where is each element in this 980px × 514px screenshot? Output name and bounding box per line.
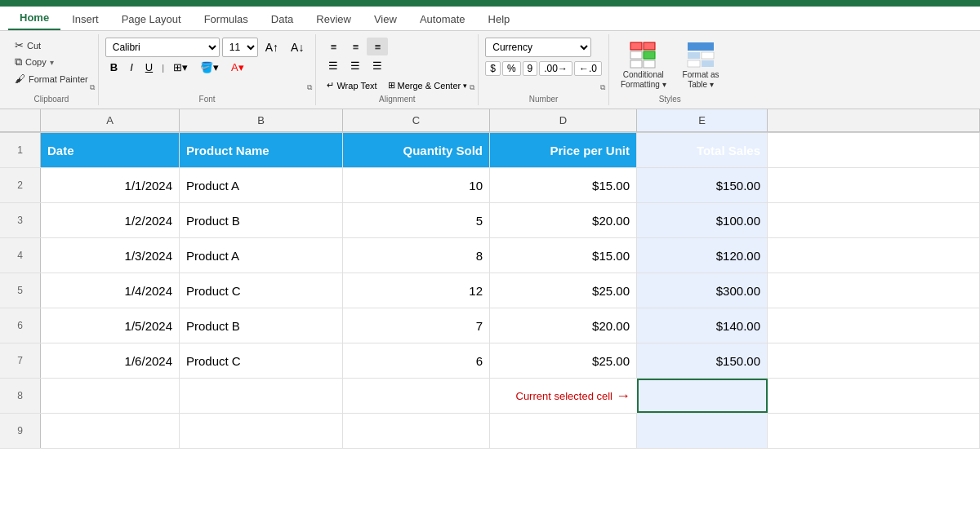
col-header-b[interactable]: B bbox=[180, 109, 343, 132]
format-painter-button[interactable]: 🖌 Format Painter bbox=[11, 71, 91, 86]
cell-b4[interactable]: Product A bbox=[180, 238, 343, 273]
italic-button[interactable]: I bbox=[125, 60, 138, 75]
font-expander[interactable]: ⧉ bbox=[307, 83, 312, 92]
cell-a8[interactable] bbox=[41, 379, 180, 413]
cell-e2[interactable]: $150.00 bbox=[637, 168, 768, 202]
cell-a2[interactable]: 1/1/2024 bbox=[41, 168, 180, 202]
tab-view[interactable]: View bbox=[363, 8, 408, 30]
cell-b9[interactable] bbox=[180, 414, 343, 448]
align-center-button[interactable]: ☰ bbox=[345, 56, 366, 74]
cell-e3[interactable]: $100.00 bbox=[637, 203, 768, 237]
col-header-d[interactable]: D bbox=[490, 109, 637, 132]
tab-automate[interactable]: Automate bbox=[408, 8, 477, 30]
cell-rest-7 bbox=[768, 343, 980, 378]
cell-a5[interactable]: 1/4/2024 bbox=[41, 273, 180, 308]
cell-b7[interactable]: Product C bbox=[180, 343, 343, 378]
cell-c3[interactable]: 5 bbox=[343, 203, 490, 237]
cell-c9[interactable] bbox=[343, 414, 490, 448]
cell-e5[interactable]: $300.00 bbox=[637, 273, 768, 308]
cell-d2[interactable]: $15.00 bbox=[490, 168, 637, 202]
ribbon: ✂ Cut ⧉ Copy ▾ 🖌 Format Painter Clipboar… bbox=[0, 31, 980, 109]
font-size-select[interactable]: 8910111214 bbox=[222, 38, 258, 57]
cell-e6[interactable]: $140.00 bbox=[637, 308, 768, 343]
cell-a7[interactable]: 1/6/2024 bbox=[41, 343, 180, 378]
cell-d3[interactable]: $20.00 bbox=[490, 203, 637, 237]
clipboard-expander[interactable]: ⧉ bbox=[90, 83, 95, 92]
align-top-center-button[interactable]: ≡ bbox=[345, 38, 366, 55]
align-top-left-button[interactable]: ≡ bbox=[323, 38, 344, 55]
font-color-button[interactable]: A▾ bbox=[226, 60, 249, 75]
comma-button[interactable]: 9 bbox=[523, 61, 538, 76]
tab-page-layout[interactable]: Page Layout bbox=[110, 8, 193, 30]
tab-help[interactable]: Help bbox=[477, 8, 522, 30]
fill-color-button[interactable]: 🪣▾ bbox=[195, 60, 224, 75]
cell-b5[interactable]: Product C bbox=[180, 273, 343, 308]
cell-d7[interactable]: $25.00 bbox=[490, 343, 637, 378]
cell-b3[interactable]: Product B bbox=[180, 203, 343, 237]
cell-b6[interactable]: Product B bbox=[180, 308, 343, 343]
cell-d5[interactable]: $25.00 bbox=[490, 273, 637, 308]
wrap-text-button[interactable]: ↵ Wrap Text bbox=[323, 78, 381, 93]
cell-a4[interactable]: 1/3/2024 bbox=[41, 238, 180, 273]
align-left-button[interactable]: ☰ bbox=[323, 56, 344, 74]
col-header-c[interactable]: C bbox=[343, 109, 490, 132]
cut-button[interactable]: ✂ Cut bbox=[11, 38, 44, 53]
align-right-button[interactable]: ☰ bbox=[367, 56, 388, 74]
font-family-select[interactable]: Calibri Arial Times New Roman bbox=[105, 38, 220, 57]
copy-button[interactable]: ⧉ Copy ▾ bbox=[11, 54, 57, 70]
cell-a9[interactable] bbox=[41, 414, 180, 448]
cell-b2[interactable]: Product A bbox=[180, 168, 343, 202]
tab-formulas[interactable]: Formulas bbox=[193, 8, 260, 30]
borders-button[interactable]: ⊞▾ bbox=[168, 60, 193, 75]
conditional-formatting-button[interactable]: ConditionalFormatting ▾ bbox=[616, 38, 671, 93]
number-format-select[interactable]: Currency General Number Short Date Long … bbox=[485, 38, 591, 57]
cell-c8[interactable] bbox=[343, 379, 490, 413]
tab-insert[interactable]: Insert bbox=[60, 8, 110, 30]
cell-c6[interactable]: 7 bbox=[343, 308, 490, 343]
cell-e8-selected[interactable] bbox=[637, 379, 768, 413]
cell-b8[interactable] bbox=[180, 379, 343, 413]
cell-d6[interactable]: $20.00 bbox=[490, 308, 637, 343]
cell-a3[interactable]: 1/2/2024 bbox=[41, 203, 180, 237]
col-header-e[interactable]: E bbox=[637, 109, 768, 132]
dollar-button[interactable]: $ bbox=[485, 61, 501, 76]
merge-center-button[interactable]: ⊞ Merge & Center ▾ bbox=[384, 78, 472, 93]
svg-rect-3 bbox=[644, 51, 655, 59]
svg-rect-1 bbox=[644, 42, 655, 50]
cell-b1[interactable]: Product Name bbox=[180, 133, 343, 167]
increase-decimal-button[interactable]: .00→ bbox=[539, 61, 572, 76]
cell-c4[interactable]: 8 bbox=[343, 238, 490, 273]
col-header-a[interactable]: A bbox=[41, 109, 180, 132]
cell-e4[interactable]: $120.00 bbox=[637, 238, 768, 273]
alignment-expander[interactable]: ⧉ bbox=[470, 83, 474, 92]
cell-c1[interactable]: Quantity Sold bbox=[343, 133, 490, 167]
row-num-header: 1 bbox=[0, 133, 41, 167]
tab-data[interactable]: Data bbox=[260, 8, 305, 30]
number-expander[interactable]: ⧉ bbox=[600, 83, 605, 92]
cell-c5[interactable]: 12 bbox=[343, 273, 490, 308]
cell-a6[interactable]: 1/5/2024 bbox=[41, 308, 180, 343]
bold-button[interactable]: B bbox=[105, 60, 122, 75]
tab-home[interactable]: Home bbox=[8, 7, 60, 30]
tab-review[interactable]: Review bbox=[305, 8, 363, 30]
cell-a1[interactable]: Date bbox=[41, 133, 180, 167]
cell-e1[interactable]: Total Sales bbox=[637, 133, 768, 167]
cell-e9[interactable] bbox=[637, 414, 768, 448]
cell-d1[interactable]: Price per Unit bbox=[490, 133, 637, 167]
cell-c2[interactable]: 10 bbox=[343, 168, 490, 202]
cell-e7[interactable]: $150.00 bbox=[637, 343, 768, 378]
format-table-button[interactable]: Format asTable ▾ bbox=[678, 38, 724, 93]
decrease-decimal-button[interactable]: ←.0 bbox=[574, 61, 602, 76]
wrap-text-label: Wrap Text bbox=[336, 81, 376, 91]
cell-d9[interactable] bbox=[490, 414, 637, 448]
align-top-right-button[interactable]: ≡ bbox=[367, 38, 388, 55]
cell-rest-5 bbox=[768, 273, 980, 308]
cell-c7[interactable]: 6 bbox=[343, 343, 490, 378]
underline-button[interactable]: U bbox=[140, 60, 158, 75]
increase-font-button[interactable]: A↑ bbox=[261, 39, 283, 55]
decrease-font-button[interactable]: A↓ bbox=[286, 39, 309, 55]
percent-button[interactable]: % bbox=[502, 61, 521, 76]
format-painter-icon: 🖌 bbox=[15, 73, 25, 85]
cell-d4[interactable]: $15.00 bbox=[490, 238, 637, 273]
row-num-5: 5 bbox=[0, 273, 41, 308]
